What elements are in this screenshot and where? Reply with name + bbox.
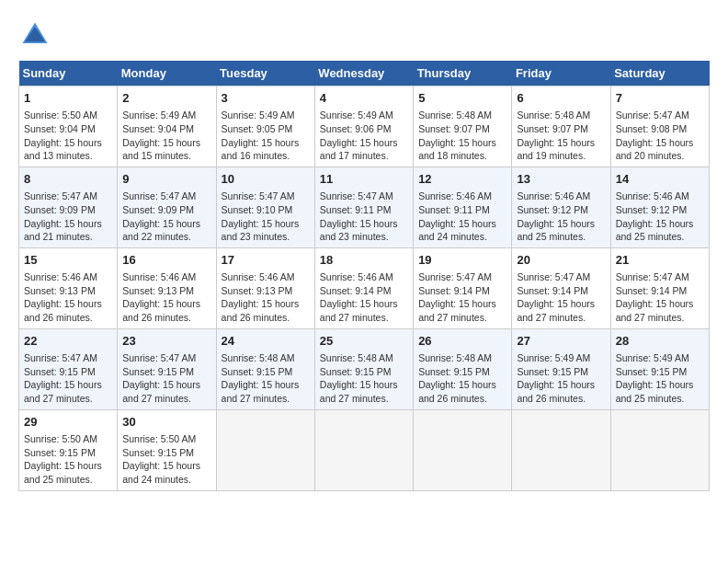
day-number: 19 bbox=[418, 252, 506, 269]
day-number: 7 bbox=[616, 90, 704, 107]
day-info: Sunrise: 5:50 AMSunset: 9:04 PMDaylight:… bbox=[24, 109, 112, 163]
day-info: Sunrise: 5:48 AMSunset: 9:15 PMDaylight:… bbox=[222, 351, 310, 406]
day-info: Sunrise: 5:47 AMSunset: 9:09 PMDaylight:… bbox=[24, 190, 112, 244]
day-info: Sunrise: 5:50 AMSunset: 9:15 PMDaylight:… bbox=[24, 432, 112, 487]
table-row: 15Sunrise: 5:46 AMSunset: 9:13 PMDayligh… bbox=[19, 247, 118, 328]
day-number: 27 bbox=[517, 333, 605, 350]
day-number: 14 bbox=[616, 171, 704, 188]
day-number: 8 bbox=[24, 171, 112, 188]
table-row: 25Sunrise: 5:48 AMSunset: 9:15 PMDayligh… bbox=[314, 328, 413, 409]
day-info: Sunrise: 5:47 AMSunset: 9:08 PMDaylight:… bbox=[616, 109, 704, 163]
day-info: Sunrise: 5:46 AMSunset: 9:14 PMDaylight:… bbox=[320, 270, 408, 325]
day-info: Sunrise: 5:49 AMSunset: 9:15 PMDaylight:… bbox=[517, 351, 605, 406]
calendar-week-row: 29Sunrise: 5:50 AMSunset: 9:15 PMDayligh… bbox=[19, 409, 710, 490]
day-info: Sunrise: 5:49 AMSunset: 9:06 PMDaylight:… bbox=[320, 109, 408, 163]
table-row: 11Sunrise: 5:47 AMSunset: 9:11 PMDayligh… bbox=[314, 167, 413, 247]
day-number: 28 bbox=[616, 333, 704, 350]
day-number: 30 bbox=[122, 414, 210, 431]
table-row: 10Sunrise: 5:47 AMSunset: 9:10 PMDayligh… bbox=[216, 167, 314, 247]
day-number: 4 bbox=[320, 90, 408, 107]
day-info: Sunrise: 5:46 AMSunset: 9:13 PMDaylight:… bbox=[122, 270, 210, 325]
day-info: Sunrise: 5:48 AMSunset: 9:07 PMDaylight:… bbox=[418, 109, 506, 163]
day-info: Sunrise: 5:46 AMSunset: 9:13 PMDaylight:… bbox=[222, 270, 310, 325]
table-row: 28Sunrise: 5:49 AMSunset: 9:15 PMDayligh… bbox=[610, 328, 709, 409]
day-info: Sunrise: 5:47 AMSunset: 9:14 PMDaylight:… bbox=[418, 270, 506, 325]
day-info: Sunrise: 5:46 AMSunset: 9:12 PMDaylight:… bbox=[616, 190, 704, 244]
day-number: 22 bbox=[24, 333, 112, 350]
table-row: 13Sunrise: 5:46 AMSunset: 9:12 PMDayligh… bbox=[512, 167, 610, 247]
day-info: Sunrise: 5:46 AMSunset: 9:11 PMDaylight:… bbox=[418, 190, 506, 244]
day-info: Sunrise: 5:47 AMSunset: 9:14 PMDaylight:… bbox=[616, 270, 704, 325]
calendar-table: Sunday Monday Tuesday Wednesday Thursday… bbox=[18, 61, 710, 491]
table-row: 17Sunrise: 5:46 AMSunset: 9:13 PMDayligh… bbox=[216, 247, 314, 328]
calendar-week-row: 22Sunrise: 5:47 AMSunset: 9:15 PMDayligh… bbox=[19, 328, 710, 409]
weekday-header-row: Sunday Monday Tuesday Wednesday Thursday… bbox=[19, 61, 710, 86]
table-row: 4Sunrise: 5:49 AMSunset: 9:06 PMDaylight… bbox=[314, 86, 413, 167]
table-row: 12Sunrise: 5:46 AMSunset: 9:11 PMDayligh… bbox=[414, 167, 512, 247]
table-row: 1Sunrise: 5:50 AMSunset: 9:04 PMDaylight… bbox=[19, 86, 118, 167]
logo-icon bbox=[18, 18, 51, 52]
header-wednesday: Wednesday bbox=[314, 61, 413, 86]
day-number: 10 bbox=[222, 171, 310, 188]
day-info: Sunrise: 5:46 AMSunset: 9:13 PMDaylight:… bbox=[24, 270, 112, 325]
table-row: 21Sunrise: 5:47 AMSunset: 9:14 PMDayligh… bbox=[610, 247, 709, 328]
day-number: 23 bbox=[122, 333, 210, 350]
day-number: 11 bbox=[320, 171, 408, 188]
header bbox=[18, 18, 710, 52]
header-monday: Monday bbox=[118, 61, 216, 86]
table-row: 16Sunrise: 5:46 AMSunset: 9:13 PMDayligh… bbox=[118, 247, 216, 328]
day-number: 25 bbox=[320, 333, 408, 350]
day-number: 9 bbox=[122, 171, 210, 188]
table-row: 14Sunrise: 5:46 AMSunset: 9:12 PMDayligh… bbox=[610, 167, 709, 247]
header-friday: Friday bbox=[512, 61, 610, 86]
header-saturday: Saturday bbox=[610, 61, 709, 86]
day-info: Sunrise: 5:48 AMSunset: 9:15 PMDaylight:… bbox=[418, 351, 506, 406]
day-info: Sunrise: 5:46 AMSunset: 9:12 PMDaylight:… bbox=[517, 190, 605, 244]
day-number: 1 bbox=[24, 90, 112, 107]
logo bbox=[18, 18, 57, 52]
table-row: 27Sunrise: 5:49 AMSunset: 9:15 PMDayligh… bbox=[512, 328, 610, 409]
table-row: 2Sunrise: 5:49 AMSunset: 9:04 PMDaylight… bbox=[118, 86, 216, 167]
day-number: 17 bbox=[222, 252, 310, 269]
table-row: 19Sunrise: 5:47 AMSunset: 9:14 PMDayligh… bbox=[414, 247, 512, 328]
day-info: Sunrise: 5:49 AMSunset: 9:04 PMDaylight:… bbox=[122, 109, 210, 163]
day-info: Sunrise: 5:47 AMSunset: 9:14 PMDaylight:… bbox=[517, 270, 605, 325]
table-row: 7Sunrise: 5:47 AMSunset: 9:08 PMDaylight… bbox=[610, 86, 709, 167]
calendar-week-row: 1Sunrise: 5:50 AMSunset: 9:04 PMDaylight… bbox=[19, 86, 710, 167]
table-row: 29Sunrise: 5:50 AMSunset: 9:15 PMDayligh… bbox=[19, 409, 118, 490]
day-number: 13 bbox=[517, 171, 605, 188]
day-number: 3 bbox=[222, 90, 310, 107]
day-number: 20 bbox=[517, 252, 605, 269]
day-number: 24 bbox=[222, 333, 310, 350]
day-info: Sunrise: 5:48 AMSunset: 9:15 PMDaylight:… bbox=[320, 351, 408, 406]
table-row bbox=[512, 409, 610, 490]
day-number: 21 bbox=[616, 252, 704, 269]
table-row: 5Sunrise: 5:48 AMSunset: 9:07 PMDaylight… bbox=[414, 86, 512, 167]
day-info: Sunrise: 5:49 AMSunset: 9:15 PMDaylight:… bbox=[616, 351, 704, 406]
day-info: Sunrise: 5:47 AMSunset: 9:09 PMDaylight:… bbox=[122, 190, 210, 244]
table-row: 18Sunrise: 5:46 AMSunset: 9:14 PMDayligh… bbox=[314, 247, 413, 328]
day-number: 29 bbox=[24, 414, 112, 431]
header-sunday: Sunday bbox=[19, 61, 118, 86]
table-row: 23Sunrise: 5:47 AMSunset: 9:15 PMDayligh… bbox=[118, 328, 216, 409]
table-row: 6Sunrise: 5:48 AMSunset: 9:07 PMDaylight… bbox=[512, 86, 610, 167]
day-info: Sunrise: 5:47 AMSunset: 9:15 PMDaylight:… bbox=[122, 351, 210, 406]
header-tuesday: Tuesday bbox=[216, 61, 314, 86]
day-number: 12 bbox=[418, 171, 506, 188]
day-info: Sunrise: 5:47 AMSunset: 9:15 PMDaylight:… bbox=[24, 351, 112, 406]
day-number: 18 bbox=[320, 252, 408, 269]
day-info: Sunrise: 5:49 AMSunset: 9:05 PMDaylight:… bbox=[222, 109, 310, 163]
table-row: 8Sunrise: 5:47 AMSunset: 9:09 PMDaylight… bbox=[19, 167, 118, 247]
table-row: 9Sunrise: 5:47 AMSunset: 9:09 PMDaylight… bbox=[118, 167, 216, 247]
day-info: Sunrise: 5:47 AMSunset: 9:11 PMDaylight:… bbox=[320, 190, 408, 244]
day-info: Sunrise: 5:47 AMSunset: 9:10 PMDaylight:… bbox=[222, 190, 310, 244]
day-number: 2 bbox=[122, 90, 210, 107]
table-row: 26Sunrise: 5:48 AMSunset: 9:15 PMDayligh… bbox=[414, 328, 512, 409]
calendar-week-row: 8Sunrise: 5:47 AMSunset: 9:09 PMDaylight… bbox=[19, 167, 710, 247]
table-row: 22Sunrise: 5:47 AMSunset: 9:15 PMDayligh… bbox=[19, 328, 118, 409]
day-number: 6 bbox=[517, 90, 605, 107]
table-row bbox=[216, 409, 314, 490]
day-number: 15 bbox=[24, 252, 112, 269]
table-row bbox=[610, 409, 709, 490]
day-number: 26 bbox=[418, 333, 506, 350]
